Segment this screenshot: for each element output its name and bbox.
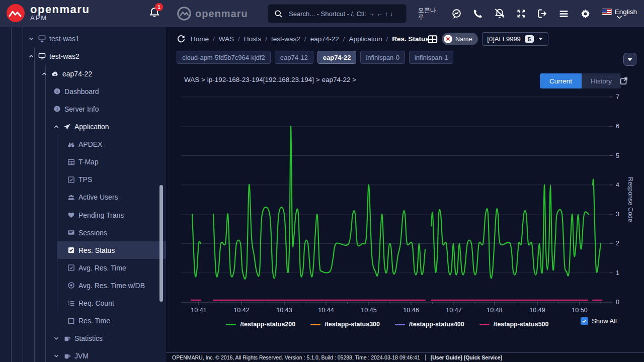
search-icon: [274, 10, 283, 18]
refresh-icon[interactable]: [177, 34, 186, 43]
x-tick-label: 10:42: [233, 307, 249, 314]
breadcrumb-item-eap74-22[interactable]: eap74-22: [310, 35, 339, 43]
info-icon: [51, 105, 62, 113]
brand-sub: APM: [30, 15, 90, 22]
mug-icon: [61, 352, 72, 360]
instance-tag-infinispan-1[interactable]: infinispan-1: [409, 51, 454, 64]
x-tick-label: 10:48: [487, 307, 502, 314]
chevron-down-icon[interactable]: [26, 35, 36, 42]
bell-slash-icon[interactable]: [494, 8, 505, 19]
x-tick-label: 10:43: [276, 307, 292, 314]
sidebar-item-sessions[interactable]: Sessions: [0, 224, 166, 241]
breadcrumb-item-hosts[interactable]: Hosts: [244, 35, 262, 43]
sidebar-item-jvm[interactable]: JVM: [0, 347, 166, 362]
phone-icon[interactable]: [473, 9, 483, 19]
y-tick-label: 7: [616, 94, 619, 101]
breadcrumb-separator: /: [238, 35, 240, 43]
history-button[interactable]: History: [582, 73, 621, 88]
sidebar-item-label: JVM: [74, 352, 89, 360]
secondary-logo[interactable]: openmaru: [177, 7, 248, 21]
was-path-label: WAS > ip-192-168-23-194[192.168.23.194] …: [184, 76, 356, 83]
legend-item--testapp-status500[interactable]: /testapp-status500: [479, 321, 549, 328]
global-search: [268, 4, 407, 23]
remove-filter-icon[interactable]: [443, 34, 453, 44]
sidebar-item-apdex[interactable]: APDEX: [0, 136, 166, 153]
series--testapp-status200[interactable]: [213, 126, 425, 279]
legend-label: /testapp-status500: [494, 321, 549, 328]
expand-icon[interactable]: [516, 9, 526, 19]
y-tick-label: 1: [616, 269, 619, 277]
user-name-label[interactable]: 오픈나루: [418, 7, 440, 21]
sidebar-item-tps[interactable]: TPS: [0, 171, 166, 189]
sidebar-item-t-map[interactable]: T-Map: [0, 153, 166, 171]
sidebar-item-res-status[interactable]: Res. Status: [0, 241, 166, 259]
y-axis-title: Response Code: [627, 177, 634, 222]
breadcrumb-item-home[interactable]: Home: [191, 35, 209, 43]
breadcrumb-item-application[interactable]: Application: [349, 35, 382, 43]
square-icon: [65, 317, 76, 325]
chevron-down-icon[interactable]: [51, 352, 61, 359]
sidebar-item-test-was2[interactable]: test-was2: [0, 47, 166, 65]
show-all-toggle[interactable]: Show All: [581, 317, 617, 325]
caret-down-icon: [538, 37, 543, 41]
search-input[interactable]: [288, 10, 400, 18]
openmaru-chat-icon[interactable]: [451, 9, 462, 19]
sessions-icon: [65, 229, 76, 236]
current-button[interactable]: Current: [540, 73, 582, 88]
sidebar-item-test-was1[interactable]: test-was1: [0, 30, 166, 47]
app-logo[interactable]: openmaru APM: [6, 4, 90, 23]
sidebar-item-label: Dashboard: [64, 87, 99, 96]
instance-tag-infinispan-0[interactable]: infinispan-0: [360, 51, 405, 64]
menu-icon[interactable]: [558, 9, 569, 19]
sign-out-icon[interactable]: [537, 9, 547, 19]
series--testapp-status200[interactable]: [192, 214, 201, 277]
sidebar-item-active-users[interactable]: Active Users: [0, 189, 166, 206]
instance-tag-cloud-apm-5fd5b7c964-kjdf2[interactable]: cloud-apm-5fd5b7c964-kjdf2: [177, 51, 271, 64]
language-selector[interactable]: English: [602, 8, 637, 19]
chevron-up-icon[interactable]: [51, 123, 61, 130]
breadcrumb-item-test-was2[interactable]: test-was2: [271, 35, 300, 43]
gear-icon[interactable]: [580, 9, 591, 19]
openmaru-gray-logo-icon: [177, 7, 191, 21]
sidebar-item-dashboard[interactable]: Dashboard: [0, 82, 166, 100]
sidebar-item-req-count[interactable]: Req. Count: [0, 295, 166, 312]
legend-item--testapp-status200[interactable]: /testapp-status200: [226, 321, 295, 328]
chevron-down-icon[interactable]: [51, 335, 61, 342]
sidebar-scrollbar[interactable]: [159, 185, 163, 302]
sidebar-item-label: test-was2: [49, 52, 79, 60]
series--testapp-status200[interactable]: [431, 185, 589, 279]
scope-dropdown[interactable]: [0]ALL9999 5: [482, 32, 548, 46]
sidebar-item-statistics[interactable]: Statistics: [0, 330, 166, 347]
chevron-up-icon[interactable]: [39, 70, 49, 77]
sidebar-item-server-info[interactable]: Server Info: [0, 100, 166, 118]
sidebar-item-pending-trans[interactable]: Pending Trans: [0, 206, 166, 224]
instance-tag-eap74-22[interactable]: eap74-22: [317, 51, 357, 64]
scope-value: [0]ALL9999: [487, 35, 521, 43]
show-all-checkbox[interactable]: [581, 317, 588, 325]
breadcrumb-item-was[interactable]: WAS: [219, 35, 234, 43]
sidebar-item-application[interactable]: Application: [0, 118, 166, 136]
legend-item--testapp-status300[interactable]: /testapp-status300: [310, 321, 380, 328]
chart-legend: /testapp-status200/testapp-status300/tes…: [216, 321, 558, 328]
response-status-chart[interactable]: 01234567Response Code10:4110:4210:4310:4…: [176, 92, 644, 328]
name-filter-pill[interactable]: Name: [442, 33, 478, 45]
instance-tag-eap74-12[interactable]: eap74-12: [275, 51, 313, 64]
footer-links[interactable]: [User Guide] [Quick Service]: [425, 354, 502, 360]
series--testapp-status200[interactable]: [593, 179, 601, 273]
us-flag-icon: [602, 9, 612, 15]
x-tick-label: 10:50: [572, 307, 587, 314]
notification-bell-button[interactable]: 1: [149, 7, 160, 20]
check-square-icon: [65, 264, 76, 272]
sidebar-item-res-time[interactable]: Res. Time: [0, 312, 166, 330]
chevron-up-icon[interactable]: [26, 53, 36, 60]
external-link-icon[interactable]: [619, 76, 628, 85]
sidebar-item-label: Res. Status: [78, 246, 115, 254]
sidebar-item-avg-res-time[interactable]: Avg. Res. Time: [0, 259, 166, 277]
legend-item--testapp-status400[interactable]: /testapp-status400: [395, 321, 464, 328]
sidebar-item-eap74-22[interactable]: eap74-22: [0, 65, 166, 82]
grid-view-icon[interactable]: [428, 34, 438, 44]
sidebar-item-avg-res-time-w-db[interactable]: Avg. Res. Time w/DB: [0, 277, 166, 294]
instance-tags: cloud-apm-5fd5b7c964-kjdf2eap74-12eap74-…: [177, 51, 453, 64]
collapse-panel-button[interactable]: [623, 53, 636, 66]
x-tick-label: 10:49: [529, 307, 545, 314]
